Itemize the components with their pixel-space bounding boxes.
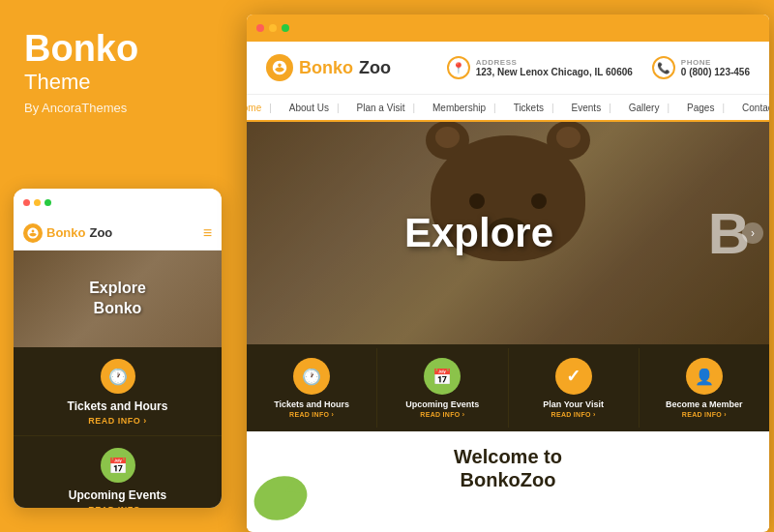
- welcome-title: Welcome to BonkoZoo: [266, 445, 750, 491]
- feature-title-tickets: Tickets and Hours: [252, 399, 372, 409]
- feature-card-member: 👤 Become a Member READ INFO: [640, 348, 769, 428]
- header-contacts: 📍 ADDRESS 123, New Lenox Chicago, IL 606…: [447, 56, 750, 79]
- feature-link-events[interactable]: READ INFO: [382, 411, 502, 418]
- site-hero: Explore B ›: [247, 122, 769, 344]
- mobile-logo-dark: Zoo: [89, 225, 112, 240]
- nav-about[interactable]: About Us: [282, 103, 347, 113]
- phone-icon: 📞: [652, 56, 675, 79]
- browser-dot-yellow: [269, 24, 277, 32]
- browser-dot-green: [282, 24, 289, 32]
- mobile-cards: 🕐 Tickets and Hours READ INFO 📅 Upcoming…: [14, 347, 222, 508]
- mobile-topbar: [14, 189, 222, 216]
- feature-title-events: Upcoming Events: [382, 399, 502, 409]
- hamburger-icon[interactable]: ≡: [203, 224, 212, 242]
- svg-point-0: [252, 469, 310, 522]
- feature-title-plan: Plan Your Visit: [514, 399, 634, 409]
- hero-nav-arrow[interactable]: ›: [742, 222, 763, 244]
- feature-card-plan: ✓ Plan Your Visit READ INFO: [509, 348, 640, 428]
- contact-phone: 📞 PHONE 0 (800) 123-456: [652, 56, 750, 79]
- logo-icon: [266, 54, 293, 81]
- by-text: By AncoraThemes: [24, 101, 218, 115]
- mobile-logo-icon: [23, 223, 43, 243]
- address-value: 123, New Lenox Chicago, IL 60606: [476, 67, 633, 77]
- welcome-section: Welcome to BonkoZoo: [247, 431, 769, 528]
- feature-card-events: 📅 Upcoming Events READ INFO: [377, 348, 508, 428]
- feature-title-member: Become a Member: [644, 399, 764, 409]
- site-header: BonkoZoo 📍 ADDRESS 123, New Lenox Chicag…: [247, 42, 769, 95]
- address-icon: 📍: [447, 56, 470, 79]
- mobile-dot-red: [23, 199, 30, 206]
- mobile-card-title-tickets: Tickets and Hours: [23, 399, 212, 413]
- phone-text: PHONE 0 (800) 123-456: [681, 58, 750, 77]
- left-panel: Bonko Theme By AncoraThemes BonkoZoo ≡ E…: [0, 0, 237, 532]
- site-nav: Home About Us Plan a Visit Membership Ti…: [247, 95, 769, 122]
- site-logo-orange: Bonko: [299, 58, 353, 78]
- mobile-card-title-events: Upcoming Events: [23, 488, 212, 502]
- nav-home[interactable]: Home: [247, 103, 280, 113]
- nav-events[interactable]: Events: [564, 103, 619, 113]
- mobile-hero: Explore Bonko: [14, 251, 222, 347]
- brand-subtitle: Theme: [24, 70, 218, 95]
- mobile-card-tickets: 🕐 Tickets and Hours READ INFO: [14, 347, 222, 436]
- hero-text-block: Explore: [404, 211, 553, 255]
- nav-plan[interactable]: Plan a Visit: [349, 103, 423, 113]
- mobile-dot-yellow: [34, 199, 41, 206]
- feature-cards: 🕐 Tickets and Hours READ INFO 📅 Upcoming…: [247, 344, 769, 431]
- nav-contacts[interactable]: Contacts: [734, 103, 769, 113]
- mobile-card-events: 📅 Upcoming Events READ INFO: [14, 436, 222, 508]
- mobile-card-link-events[interactable]: READ INFO: [23, 505, 212, 508]
- hero-title-line1: Explore: [404, 211, 553, 255]
- feature-icon-member: 👤: [686, 358, 723, 395]
- mobile-logo: BonkoZoo: [23, 223, 112, 243]
- nav-membership[interactable]: Membership: [425, 103, 504, 113]
- site-logo-dark: Zoo: [359, 58, 391, 78]
- feature-icon-events: 📅: [424, 358, 461, 395]
- mobile-header: BonkoZoo ≡: [14, 216, 222, 251]
- feature-link-tickets[interactable]: READ INFO: [252, 411, 372, 418]
- brand-title: Bonko: [24, 29, 218, 70]
- site-logo: BonkoZoo: [266, 54, 391, 81]
- browser-window: BonkoZoo 📍 ADDRESS 123, New Lenox Chicag…: [247, 15, 769, 532]
- mobile-dot-green: [45, 199, 51, 206]
- welcome-line2: BonkoZoo: [266, 468, 750, 491]
- phone-label: PHONE: [681, 58, 750, 67]
- green-arrow-decoration: [252, 464, 310, 522]
- mobile-logo-orange: Bonko: [46, 225, 85, 240]
- browser-dot-red: [256, 24, 264, 32]
- feature-icon-tickets: 🕐: [293, 358, 330, 395]
- nav-pages[interactable]: Pages: [679, 103, 732, 113]
- feature-icon-plan: ✓: [555, 358, 592, 395]
- phone-value: 0 (800) 123-456: [681, 67, 750, 77]
- feature-link-plan[interactable]: READ INFO: [514, 411, 634, 418]
- address-text: ADDRESS 123, New Lenox Chicago, IL 60606: [476, 58, 633, 77]
- address-label: ADDRESS: [476, 58, 633, 67]
- feature-card-tickets: 🕐 Tickets and Hours READ INFO: [247, 348, 377, 428]
- mobile-card-icon-events: 📅: [101, 448, 135, 483]
- contact-address: 📍 ADDRESS 123, New Lenox Chicago, IL 606…: [447, 56, 633, 79]
- mobile-card-icon-tickets: 🕐: [101, 359, 135, 394]
- feature-link-member[interactable]: READ INFO: [644, 411, 764, 418]
- browser-topbar: [247, 15, 769, 42]
- nav-tickets[interactable]: Tickets: [506, 103, 562, 113]
- mobile-card-link-tickets[interactable]: READ INFO: [23, 416, 212, 426]
- mobile-hero-text: Explore Bonko: [89, 279, 146, 319]
- mobile-mockup: BonkoZoo ≡ Explore Bonko 🕐 Tickets and H…: [14, 189, 222, 508]
- welcome-line1: Welcome to: [266, 445, 750, 468]
- nav-gallery[interactable]: Gallery: [621, 103, 677, 113]
